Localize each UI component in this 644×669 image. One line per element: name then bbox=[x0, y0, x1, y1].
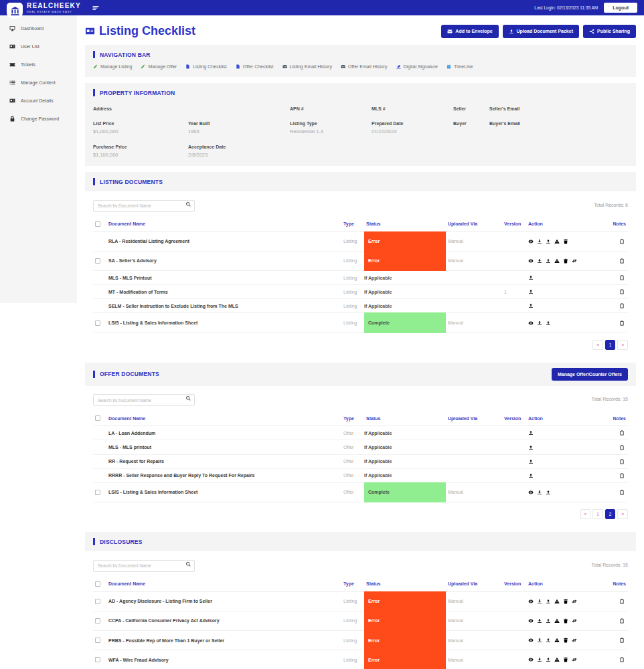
sidebar-item-dashboard[interactable]: Dashboard bbox=[0, 19, 77, 37]
replace-action-icon[interactable] bbox=[572, 258, 577, 264]
logout-button[interactable]: Logout bbox=[604, 3, 637, 13]
view-action-icon[interactable] bbox=[528, 657, 534, 662]
upload-action-icon[interactable] bbox=[546, 618, 551, 624]
row-checkbox[interactable] bbox=[95, 258, 100, 264]
pagination-prev[interactable]: « bbox=[580, 509, 591, 519]
replace-action-icon[interactable] bbox=[572, 618, 577, 624]
alert-action-icon[interactable] bbox=[554, 258, 560, 264]
notes-icon[interactable] bbox=[619, 657, 625, 662]
notes-icon[interactable] bbox=[619, 275, 625, 280]
notes-icon[interactable] bbox=[619, 459, 625, 464]
navlink-manage-listing[interactable]: Manage Listing bbox=[93, 64, 132, 69]
sidebar-item-tickets[interactable]: Tickets bbox=[0, 56, 77, 74]
upload-action-icon[interactable] bbox=[546, 320, 551, 326]
upload-action-icon[interactable] bbox=[528, 445, 534, 450]
select-all-checkbox[interactable] bbox=[95, 581, 100, 587]
replace-action-icon[interactable] bbox=[572, 657, 577, 662]
notes-icon[interactable] bbox=[619, 430, 625, 436]
notes-icon[interactable] bbox=[619, 445, 625, 450]
select-all-checkbox[interactable] bbox=[95, 415, 100, 421]
upload-action-icon[interactable] bbox=[546, 657, 551, 662]
download-action-icon[interactable] bbox=[537, 258, 542, 264]
download-action-icon[interactable] bbox=[537, 657, 542, 662]
row-checkbox[interactable] bbox=[95, 618, 100, 624]
alert-action-icon[interactable] bbox=[554, 239, 560, 244]
notes-icon[interactable] bbox=[619, 239, 625, 244]
download-action-icon[interactable] bbox=[537, 599, 542, 604]
notes-icon[interactable] bbox=[619, 473, 625, 478]
upload-action-icon[interactable] bbox=[528, 289, 534, 294]
download-action-icon[interactable] bbox=[537, 239, 542, 244]
pagination-next[interactable]: » bbox=[617, 509, 628, 519]
navlink-offer-checklist[interactable]: Offer Checklist bbox=[236, 64, 274, 69]
search-icon[interactable] bbox=[185, 201, 191, 207]
upload-action-icon[interactable] bbox=[546, 239, 551, 244]
view-action-icon[interactable] bbox=[528, 638, 534, 643]
delete-action-icon[interactable] bbox=[563, 239, 568, 244]
view-action-icon[interactable] bbox=[528, 490, 534, 495]
pagination-prev[interactable]: « bbox=[592, 340, 603, 350]
upload-action-icon[interactable] bbox=[546, 638, 551, 643]
notes-icon[interactable] bbox=[619, 320, 625, 326]
alert-action-icon[interactable] bbox=[554, 638, 560, 643]
delete-action-icon[interactable] bbox=[563, 657, 568, 662]
replace-action-icon[interactable] bbox=[572, 638, 577, 643]
pagination-next[interactable]: » bbox=[617, 340, 628, 350]
navlink-timeline[interactable]: TimeLine bbox=[447, 64, 473, 69]
notes-icon[interactable] bbox=[619, 303, 625, 308]
row-checkbox[interactable] bbox=[95, 599, 100, 604]
delete-action-icon[interactable] bbox=[563, 258, 568, 264]
alert-action-icon[interactable] bbox=[554, 618, 560, 624]
upload-document-packet-button[interactable]: Upload Document Packet bbox=[503, 25, 579, 38]
download-action-icon[interactable] bbox=[537, 618, 542, 624]
notes-icon[interactable] bbox=[619, 258, 625, 264]
search-icon[interactable] bbox=[185, 561, 191, 567]
download-action-icon[interactable] bbox=[537, 320, 542, 326]
download-action-icon[interactable] bbox=[537, 490, 542, 495]
upload-action-icon[interactable] bbox=[546, 599, 551, 604]
sidebar-item-account-details[interactable]: Account Details bbox=[0, 92, 77, 110]
notes-icon[interactable] bbox=[619, 289, 625, 294]
upload-action-icon[interactable] bbox=[546, 490, 551, 495]
pagination-page-2[interactable]: 2 bbox=[605, 509, 616, 519]
search-input[interactable] bbox=[93, 560, 195, 572]
row-checkbox[interactable] bbox=[95, 490, 100, 495]
replace-action-icon[interactable] bbox=[572, 599, 577, 604]
add-to-envelope-button[interactable]: Add to Envelope bbox=[441, 25, 498, 38]
delete-action-icon[interactable] bbox=[563, 618, 568, 624]
navlink-listing-checklist[interactable]: Listing Checklist bbox=[185, 64, 227, 69]
view-action-icon[interactable] bbox=[528, 618, 534, 624]
manage-offer-counter-offers-button[interactable]: Manage Offer/Counter Offers bbox=[552, 368, 628, 381]
sidebar-item-change-password[interactable]: Change Password bbox=[0, 110, 77, 128]
sidebar-item-manage-content[interactable]: Manage Content bbox=[0, 74, 77, 92]
view-action-icon[interactable] bbox=[528, 320, 534, 326]
navlink-digital-signature[interactable]: Digital Signature bbox=[396, 64, 438, 69]
notes-icon[interactable] bbox=[619, 638, 625, 643]
row-checkbox[interactable] bbox=[95, 657, 100, 662]
delete-action-icon[interactable] bbox=[563, 638, 568, 643]
upload-action-icon[interactable] bbox=[528, 275, 534, 280]
pagination-page-1[interactable]: 1 bbox=[592, 509, 603, 519]
public-sharing-button[interactable]: Public Sharing bbox=[583, 25, 636, 38]
search-icon[interactable] bbox=[185, 395, 191, 401]
alert-action-icon[interactable] bbox=[554, 599, 560, 604]
navlink-listing-email-history[interactable]: Listing Email History bbox=[283, 64, 332, 69]
delete-action-icon[interactable] bbox=[563, 599, 568, 604]
row-checkbox[interactable] bbox=[95, 320, 100, 326]
alert-action-icon[interactable] bbox=[554, 657, 560, 662]
search-input[interactable] bbox=[93, 394, 195, 406]
sidebar-item-user-list[interactable]: User List bbox=[0, 37, 77, 56]
navlink-offer-email-history[interactable]: Offer Email History bbox=[341, 64, 388, 69]
row-checkbox[interactable] bbox=[95, 638, 100, 643]
notes-icon[interactable] bbox=[619, 599, 625, 604]
view-action-icon[interactable] bbox=[528, 258, 534, 264]
upload-action-icon[interactable] bbox=[546, 258, 551, 264]
upload-action-icon[interactable] bbox=[528, 430, 534, 436]
view-action-icon[interactable] bbox=[528, 599, 534, 604]
hamburger-menu-icon[interactable] bbox=[92, 4, 100, 12]
upload-action-icon[interactable] bbox=[528, 459, 534, 464]
notes-icon[interactable] bbox=[619, 618, 625, 624]
notes-icon[interactable] bbox=[619, 490, 625, 495]
upload-action-icon[interactable] bbox=[528, 303, 534, 308]
download-action-icon[interactable] bbox=[537, 638, 542, 643]
